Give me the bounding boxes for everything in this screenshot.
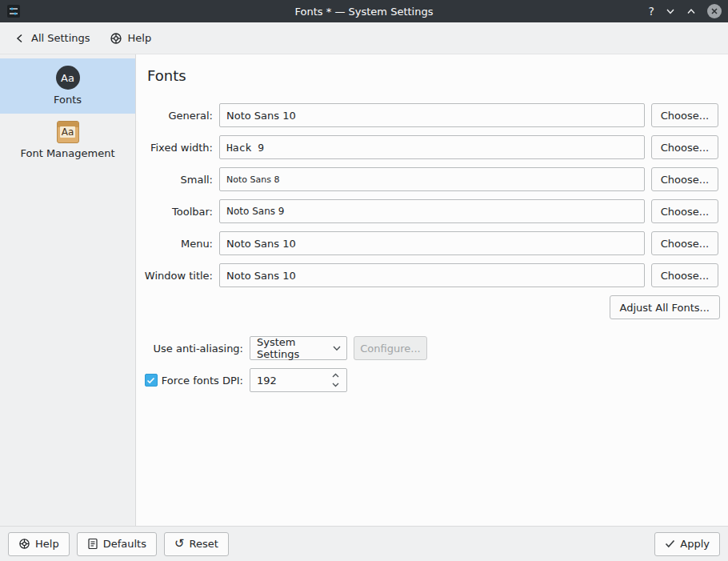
apply-button[interactable]: Apply <box>654 532 720 556</box>
menu-label: Menu: <box>144 238 213 250</box>
general-choose-button[interactable]: Choose... <box>651 103 718 127</box>
titlebar-help-button[interactable]: ? <box>649 6 654 17</box>
chevron-down-icon <box>332 382 339 387</box>
reset-button[interactable]: ↺ Reset <box>164 532 229 556</box>
window-title-font-field[interactable] <box>219 263 645 287</box>
menu-font-row: Menu: Choose... <box>144 231 720 255</box>
general-label: General: <box>144 110 213 122</box>
check-icon <box>146 377 155 384</box>
toolbar-label: Toolbar: <box>144 206 213 218</box>
fonts-icon: Aa <box>56 66 80 90</box>
footer-bar: Help Defaults ↺ Reset Apply <box>0 526 728 561</box>
dpi-input[interactable] <box>250 369 327 391</box>
small-font-field[interactable] <box>219 167 645 191</box>
reset-icon: ↺ <box>174 538 185 550</box>
small-choose-button[interactable]: Choose... <box>651 167 718 191</box>
help-button-label: Help <box>35 538 59 550</box>
toolbar-font-field[interactable] <box>219 199 645 223</box>
font-management-icon: Aa <box>57 121 79 143</box>
back-chevron-icon <box>14 33 26 44</box>
close-icon <box>710 7 718 15</box>
fixed-width-font-field[interactable] <box>219 135 645 159</box>
window-title-choose-button[interactable]: Choose... <box>651 263 718 287</box>
dpi-spinbox[interactable] <box>250 368 347 392</box>
toolbar-help-button[interactable]: Help <box>110 32 152 45</box>
adjust-all-fonts-button[interactable]: Adjust All Fonts... <box>610 295 721 319</box>
fixed-width-label: Fixed width: <box>144 142 213 154</box>
all-settings-button[interactable]: All Settings <box>14 32 90 44</box>
force-dpi-label: Force fonts DPI: <box>162 375 243 387</box>
maximize-button[interactable] <box>686 6 696 16</box>
fonts-page: Fonts General: Choose... Fixed width: Ch… <box>136 54 728 526</box>
window-title-font-row: Window title: Choose... <box>144 263 720 287</box>
toolbar-font-row: Toolbar: Choose... <box>144 199 720 223</box>
main-area: Aa Fonts Aa Font Management Fonts Genera… <box>0 54 728 526</box>
anti-aliasing-row: Use anti-aliasing: System Settings Confi… <box>144 336 720 360</box>
system-settings-window: Fonts * — System Settings ? All Settings… <box>0 0 728 561</box>
defaults-button[interactable]: Defaults <box>77 532 157 556</box>
sidebar-item-fonts-label: Fonts <box>54 94 82 106</box>
sidebar-item-font-management-label: Font Management <box>20 147 114 159</box>
minimize-button[interactable] <box>666 6 675 16</box>
titlebar[interactable]: Fonts * — System Settings ? <box>0 0 728 22</box>
small-font-row: Small: Choose... <box>144 167 720 191</box>
menu-font-field[interactable] <box>219 231 645 255</box>
toolbar-help-label: Help <box>128 32 152 44</box>
system-settings-app-icon <box>6 4 21 18</box>
all-settings-label: All Settings <box>31 32 90 44</box>
page-title: Fonts <box>147 67 720 84</box>
adjust-all-row: Adjust All Fonts... <box>144 295 720 319</box>
close-button[interactable] <box>707 4 722 18</box>
sidebar-item-fonts[interactable]: Aa Fonts <box>0 58 135 114</box>
small-label: Small: <box>144 174 213 186</box>
anti-aliasing-label: Use anti-aliasing: <box>144 343 243 355</box>
general-font-field[interactable] <box>219 103 645 127</box>
anti-aliasing-value: System Settings <box>257 336 333 360</box>
general-font-row: General: Choose... <box>144 103 720 127</box>
fixed-width-font-row: Fixed width: Choose... <box>144 135 720 159</box>
force-dpi-row: Force fonts DPI: <box>144 368 720 392</box>
spin-up-button[interactable] <box>332 371 339 380</box>
sidebar: Aa Fonts Aa Font Management <box>0 54 136 526</box>
help-button[interactable]: Help <box>8 532 70 556</box>
chevron-up-icon <box>332 373 339 379</box>
menu-choose-button[interactable]: Choose... <box>651 231 718 255</box>
chevron-down-icon <box>666 6 675 16</box>
sidebar-item-font-management[interactable]: Aa Font Management <box>0 114 135 167</box>
reset-button-label: Reset <box>190 538 218 550</box>
toolbar-choose-button[interactable]: Choose... <box>651 199 718 223</box>
defaults-icon <box>87 538 98 550</box>
chevron-down-icon <box>333 345 341 351</box>
help-icon <box>110 32 122 45</box>
configure-button: Configure... <box>354 336 427 360</box>
window-title-label: Window title: <box>144 270 213 282</box>
checkmark-icon <box>665 539 675 548</box>
chevron-up-icon <box>686 6 696 16</box>
defaults-button-label: Defaults <box>103 538 146 550</box>
force-dpi-checkbox[interactable] <box>145 374 158 387</box>
fixed-width-choose-button[interactable]: Choose... <box>651 135 718 159</box>
help-icon <box>18 538 30 550</box>
apply-button-label: Apply <box>680 538 710 550</box>
spin-down-button[interactable] <box>332 380 339 389</box>
toolbar: All Settings Help <box>0 22 728 54</box>
window-title: Fonts * — System Settings <box>0 6 728 18</box>
anti-aliasing-select[interactable]: System Settings <box>250 336 347 360</box>
